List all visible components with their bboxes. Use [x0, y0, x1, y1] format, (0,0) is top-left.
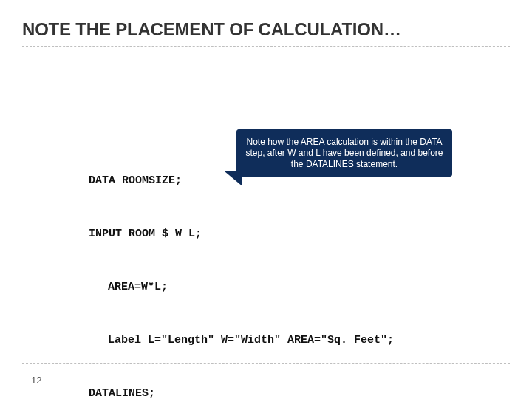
code-line: Label L="Length" W="Width" AREA="Sq. Fee…	[89, 332, 394, 349]
callout-text: Note how the AREA calculation is within …	[242, 137, 447, 170]
footer	[22, 363, 510, 381]
page-number: 12	[31, 375, 41, 386]
callout-box: Note how the AREA calculation is within …	[236, 129, 452, 177]
code-line: AREA=W*L;	[89, 279, 394, 296]
code-line: DATALINES;	[89, 385, 394, 399]
title-divider	[22, 46, 510, 47]
footer-divider	[22, 363, 510, 364]
title-block: NOTE THE PLACEMENT OF CALCULATION…	[22, 19, 510, 47]
code-line: INPUT ROOM $ W L;	[89, 225, 394, 243]
slide: NOTE THE PLACEMENT OF CALCULATION… DATA …	[0, 0, 532, 399]
slide-title: NOTE THE PLACEMENT OF CALCULATION…	[22, 19, 510, 40]
